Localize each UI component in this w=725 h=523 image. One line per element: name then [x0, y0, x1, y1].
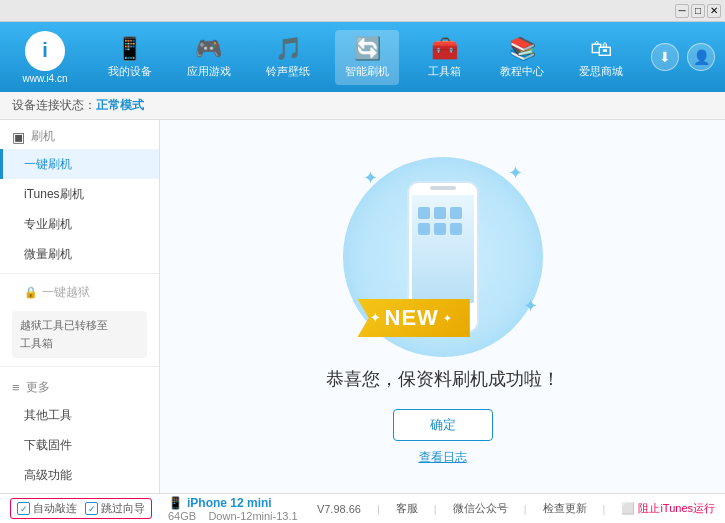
- more-section-title: ≡ 更多: [0, 371, 159, 400]
- nav-appstore[interactable]: 🛍 爱思商城: [569, 30, 633, 85]
- sidebar-jailbreak-disabled: 🔒 一键越狱: [0, 278, 159, 307]
- checkbox-skip-guide-label: 跳过向导: [101, 501, 145, 516]
- nav-tutorial-label: 教程中心: [500, 64, 544, 79]
- checkbox-skip-guide[interactable]: ✓ 跳过向导: [85, 501, 145, 516]
- bottom-right: V7.98.66 | 客服 | 微信公众号 | 检查更新 | ⬜ 阻止iTune…: [317, 501, 715, 516]
- nav-toolbox[interactable]: 🧰 工具箱: [415, 30, 475, 85]
- appstore-icon: 🛍: [590, 36, 612, 62]
- sidebar-one-click[interactable]: 一键刷机: [0, 149, 159, 179]
- nav-apps-games-label: 应用游戏: [187, 64, 231, 79]
- device-info: 📱 iPhone 12 mini 64GB Down-12mini-13.1: [168, 496, 298, 522]
- logo-icon: i: [25, 31, 65, 71]
- device-details: 64GB Down-12mini-13.1: [168, 510, 298, 522]
- check-update-link[interactable]: 检查更新: [543, 501, 587, 516]
- minimize-button[interactable]: ─: [675, 4, 689, 18]
- customer-service-link[interactable]: 客服: [396, 501, 418, 516]
- nav-smart-flash-label: 智能刷机: [345, 64, 389, 79]
- checkbox-skip-guide-box[interactable]: ✓: [85, 502, 98, 515]
- toolbox-icon: 🧰: [431, 36, 458, 62]
- nav-my-device[interactable]: 📱 我的设备: [98, 30, 162, 85]
- nav-tutorial[interactable]: 📚 教程中心: [490, 30, 554, 85]
- svg-rect-10: [450, 223, 462, 235]
- sidebar: ▣ 刷机 一键刷机 iTunes刷机 专业刷机 微量刷机 🔒 一键越狱 越狱工具…: [0, 120, 160, 493]
- svg-rect-2: [430, 186, 456, 190]
- warning-icon: ⬜: [621, 502, 635, 515]
- maximize-button[interactable]: □: [691, 4, 705, 18]
- logo-url: www.i4.cn: [22, 73, 67, 84]
- checkbox-auto-connect-label: 自动敲连: [33, 501, 77, 516]
- smart-flash-icon: 🔄: [354, 36, 381, 62]
- nav-my-device-label: 我的设备: [108, 64, 152, 79]
- checkbox-group: ✓ 自动敲连 ✓ 跳过向导: [10, 498, 152, 519]
- nav-ringtones[interactable]: 🎵 铃声壁纸: [256, 30, 320, 85]
- sidebar-divider-2: [0, 366, 159, 367]
- bottom-bar: ✓ 自动敲连 ✓ 跳过向导 📱 iPhone 12 mini 64GB Down…: [0, 493, 725, 523]
- svg-rect-6: [434, 207, 446, 219]
- apps-games-icon: 🎮: [195, 36, 222, 62]
- svg-rect-9: [434, 223, 446, 235]
- sparkle-icon-3: ✦: [523, 295, 538, 317]
- status-label: 设备连接状态：: [12, 97, 96, 114]
- svg-rect-8: [418, 223, 430, 235]
- nav-bar: 📱 我的设备 🎮 应用游戏 🎵 铃声壁纸 🔄 智能刷机 🧰 工具箱 📚 教程中心…: [90, 30, 641, 85]
- nav-smart-flash[interactable]: 🔄 智能刷机: [335, 30, 399, 85]
- flash-section-icon: ▣: [12, 129, 25, 145]
- flash-section-title: ▣ 刷机: [0, 120, 159, 149]
- status-value: 正常模式: [96, 97, 144, 114]
- sparkle-icon-2: ✦: [508, 162, 523, 184]
- sidebar-divider-1: [0, 273, 159, 274]
- wechat-link[interactable]: 微信公众号: [453, 501, 508, 516]
- nav-toolbox-label: 工具箱: [428, 64, 461, 79]
- my-device-icon: 📱: [116, 36, 143, 62]
- star-left-icon: ✦: [370, 311, 381, 325]
- nav-ringtones-label: 铃声壁纸: [266, 64, 310, 79]
- star-right-icon: ✦: [443, 313, 452, 324]
- sparkle-icon-1: ✦: [363, 167, 378, 189]
- sidebar-itunes[interactable]: iTunes刷机: [0, 179, 159, 209]
- sidebar-pro-flash[interactable]: 专业刷机: [0, 209, 159, 239]
- sidebar-download-fw[interactable]: 下载固件: [0, 430, 159, 460]
- more-icon: ≡: [12, 380, 20, 395]
- logo-area: i www.i4.cn: [10, 31, 80, 84]
- version-label: V7.98.66: [317, 503, 361, 515]
- lock-icon: 🔒: [24, 286, 38, 299]
- header-right: ⬇ 👤: [651, 43, 715, 71]
- success-text: 恭喜您，保资料刷机成功啦！: [326, 367, 560, 391]
- svg-rect-5: [418, 207, 430, 219]
- bottom-left: ✓ 自动敲连 ✓ 跳过向导 📱 iPhone 12 mini 64GB Down…: [10, 496, 317, 522]
- main-layout: ▣ 刷机 一键刷机 iTunes刷机 专业刷机 微量刷机 🔒 一键越狱 越狱工具…: [0, 120, 725, 493]
- device-name: 📱 iPhone 12 mini: [168, 496, 298, 510]
- phone-icon: 📱: [168, 496, 183, 510]
- nav-apps-games[interactable]: 🎮 应用游戏: [177, 30, 241, 85]
- ringtones-icon: 🎵: [275, 36, 302, 62]
- itunes-notice: ⬜ 阻止iTunes运行: [621, 501, 715, 516]
- status-bar: 设备连接状态： 正常模式: [0, 92, 725, 120]
- close-button[interactable]: ✕: [707, 4, 721, 18]
- illustration-area: ✦ ✦ ✦: [303, 147, 583, 367]
- checkbox-auto-connect[interactable]: ✓ 自动敲连: [17, 501, 77, 516]
- sidebar-save-data[interactable]: 微量刷机: [0, 239, 159, 269]
- nav-appstore-label: 爱思商城: [579, 64, 623, 79]
- content-area: ✦ ✦ ✦: [160, 120, 725, 493]
- download-button[interactable]: ⬇: [651, 43, 679, 71]
- jailbreak-notice: 越狱工具已转移至工具箱: [12, 311, 147, 358]
- sidebar-other-tools[interactable]: 其他工具: [0, 400, 159, 430]
- sidebar-advanced[interactable]: 高级功能: [0, 460, 159, 490]
- tutorial-icon: 📚: [509, 36, 536, 62]
- header: i www.i4.cn 📱 我的设备 🎮 应用游戏 🎵 铃声壁纸 🔄 智能刷机 …: [0, 22, 725, 92]
- title-bar: ─ □ ✕: [0, 0, 725, 22]
- checkbox-auto-connect-box[interactable]: ✓: [17, 502, 30, 515]
- new-badge: ✦ NEW ✦: [358, 299, 470, 337]
- svg-rect-7: [450, 207, 462, 219]
- user-button[interactable]: 👤: [687, 43, 715, 71]
- goto-log-link[interactable]: 查看日志: [419, 449, 467, 466]
- confirm-button[interactable]: 确定: [393, 409, 493, 441]
